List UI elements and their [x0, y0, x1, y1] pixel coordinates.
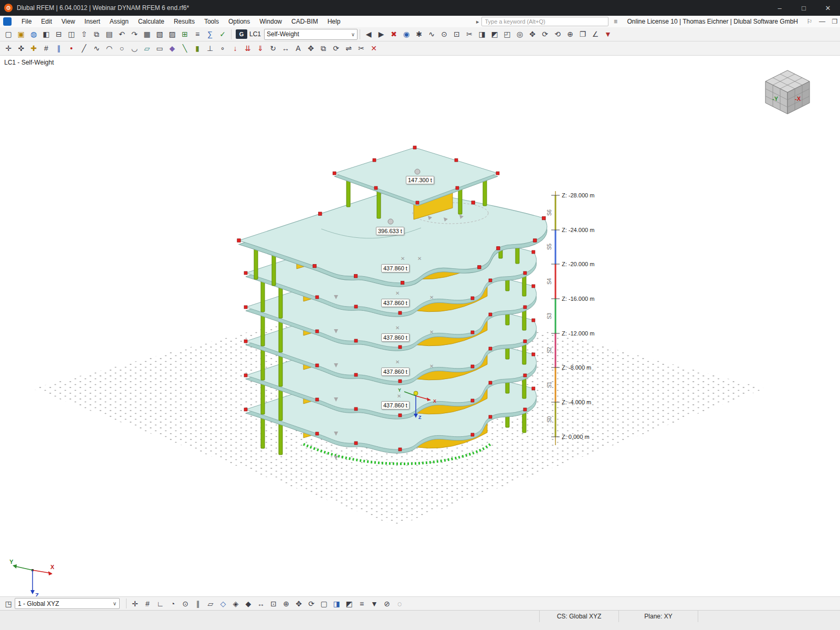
node-tool-icon[interactable]: •	[65, 43, 78, 55]
keyword-search-input[interactable]	[481, 17, 608, 26]
select-icon[interactable]: ✛	[2, 43, 15, 55]
clipping-box-icon[interactable]: ⊡	[450, 28, 463, 40]
guideline-icon[interactable]: ∥	[52, 43, 65, 55]
print-icon[interactable]: ⊟	[52, 28, 65, 40]
layers-icon[interactable]: ≡	[355, 597, 368, 610]
surface-load-icon[interactable]: ⇓	[254, 43, 267, 55]
circle-tool-icon[interactable]: ○	[116, 43, 128, 55]
roof-slab[interactable]	[334, 148, 498, 203]
rotate-3d-icon[interactable]: ⟳	[305, 597, 318, 610]
opening-tool-icon[interactable]: ▭	[153, 43, 166, 55]
save-icon[interactable]: ◫	[65, 28, 78, 40]
excel-export-icon[interactable]: ⊞	[178, 28, 191, 40]
menu-item[interactable]: Insert	[80, 16, 105, 27]
dimension-icon[interactable]: ↔	[279, 43, 292, 55]
model-viewport[interactable]: ✕✕ ✕✕ ✕✕ ✕✕ ✕ X Y Z	[0, 56, 840, 596]
dlubal-center-icon[interactable]: ◍	[27, 28, 40, 40]
tables-icon[interactable]: ▦	[141, 28, 153, 40]
printout-report-icon[interactable]: ▨	[166, 28, 178, 40]
minimize-button[interactable]: –	[768, 0, 792, 16]
menu-item[interactable]: Assign	[105, 16, 133, 27]
menu-item[interactable]: Calculate	[133, 16, 169, 27]
delete-objects-icon[interactable]: ✕	[368, 43, 380, 55]
grid-toggle-icon[interactable]: #	[141, 597, 154, 610]
hinge-tool-icon[interactable]: ∘	[216, 43, 229, 55]
paste-icon[interactable]: ▤	[103, 28, 116, 40]
plane-xz-icon[interactable]: ◈	[229, 597, 242, 610]
redo-icon[interactable]: ↷	[128, 28, 141, 40]
filter-icon[interactable]: ▼	[602, 28, 614, 40]
close-button[interactable]: ✕	[816, 0, 840, 16]
pin-icon[interactable]: ⚐	[804, 18, 815, 25]
rotate-objects-icon[interactable]: ⟳	[330, 43, 342, 55]
visibility-eye-icon[interactable]: ⊙	[438, 28, 450, 40]
grid-icon[interactable]: #	[40, 43, 52, 55]
selection-filter-icon[interactable]: ▼	[368, 597, 381, 610]
plane-xy-icon[interactable]: ◇	[217, 597, 229, 610]
dimension-lines-icon[interactable]: ↔	[255, 597, 267, 610]
menu-item[interactable]: Edit	[36, 16, 57, 27]
plane-yz-icon[interactable]: ◆	[242, 597, 255, 610]
open-model-icon[interactable]: ▣	[15, 28, 27, 40]
render-transparent-icon[interactable]: ◩	[488, 28, 501, 40]
undo-icon[interactable]: ↶	[116, 28, 128, 40]
search-expand-icon[interactable]: ▸	[476, 18, 479, 25]
trim-objects-icon[interactable]: ✂	[355, 43, 368, 55]
menu-item[interactable]: Results	[169, 16, 200, 27]
solid-tool-icon[interactable]: ◆	[166, 43, 178, 55]
load-case-select[interactable]: Self-Weight ∨	[264, 29, 358, 40]
zoom-window-icon[interactable]: ⊡	[267, 597, 280, 610]
next-load-case-icon[interactable]: ▶	[375, 28, 387, 40]
guidelines-toggle-icon[interactable]: ∥	[192, 597, 204, 610]
new-model-icon[interactable]: ▢	[2, 28, 15, 40]
lock-icon[interactable]: ⊘	[381, 597, 393, 610]
render-solid-icon[interactable]: ◨	[476, 28, 488, 40]
calculate-all-icon[interactable]: ∑	[204, 28, 216, 40]
previous-load-case-icon[interactable]: ◀	[362, 28, 375, 40]
delete-results-icon[interactable]: ✖	[387, 28, 400, 40]
new-window-icon[interactable]: ❐	[576, 28, 589, 40]
mirror-objects-icon[interactable]: ⇌	[342, 43, 355, 55]
column-tool-icon[interactable]: ▮	[191, 43, 204, 55]
zoom-all-icon[interactable]: ⊕	[564, 28, 576, 40]
polar-toggle-icon[interactable]: ◔	[166, 597, 179, 610]
coordinate-system-select[interactable]: 1 - Global XYZ ∨	[15, 598, 120, 609]
result-diagram-icon[interactable]: ∿	[425, 28, 438, 40]
zoom-icon[interactable]: ◎	[513, 28, 526, 40]
menu-item[interactable]: View	[57, 16, 80, 27]
menu-item[interactable]: Window	[255, 16, 287, 27]
object-snap-icon[interactable]: ⊙	[179, 597, 192, 610]
result-values-icon[interactable]: ✱	[413, 28, 425, 40]
navigator-icon[interactable]: ◧	[40, 28, 52, 40]
line-tool-icon[interactable]: ╱	[78, 43, 90, 55]
snap-icon[interactable]: ✚	[27, 43, 40, 55]
pan-icon[interactable]: ✥	[292, 597, 305, 610]
pan-view-icon[interactable]: ✥	[526, 28, 539, 40]
menu-item[interactable]: Help	[323, 16, 345, 27]
nodal-load-icon[interactable]: ↓	[229, 43, 242, 55]
select-special-icon[interactable]: ✜	[15, 43, 27, 55]
menu-item[interactable]: Options	[224, 16, 255, 27]
section-cut-icon[interactable]: ✂	[463, 28, 476, 40]
moment-load-icon[interactable]: ↻	[267, 43, 279, 55]
spline-tool-icon[interactable]: ◡	[128, 43, 141, 55]
info-icon[interactable]: ◌	[393, 597, 406, 610]
menu-item[interactable]: CAD-BIM	[287, 16, 323, 27]
copy-icon[interactable]: ⧉	[90, 28, 103, 40]
rotate-view-icon[interactable]: ⟳	[539, 28, 551, 40]
previous-view-icon[interactable]: ⟲	[551, 28, 564, 40]
menu-item[interactable]: Tools	[200, 16, 224, 27]
wireframe-mode-icon[interactable]: ▢	[318, 597, 330, 610]
workplane-icon[interactable]: ▱	[204, 597, 217, 610]
arc-tool-icon[interactable]: ◠	[103, 43, 116, 55]
maximize-button[interactable]: □	[792, 0, 816, 16]
line-load-icon[interactable]: ⇊	[242, 43, 254, 55]
notes-icon[interactable]: ≡	[191, 28, 204, 40]
copy-objects-icon[interactable]: ⧉	[317, 43, 330, 55]
shadow-mode-icon[interactable]: ◩	[343, 597, 355, 610]
child-restore-icon[interactable]: ❐	[830, 18, 840, 25]
show-results-icon[interactable]: ◉	[400, 28, 413, 40]
child-minimize-icon[interactable]: —	[817, 18, 827, 25]
member-tool-icon[interactable]: ╲	[178, 43, 191, 55]
measure-icon[interactable]: ∠	[589, 28, 602, 40]
